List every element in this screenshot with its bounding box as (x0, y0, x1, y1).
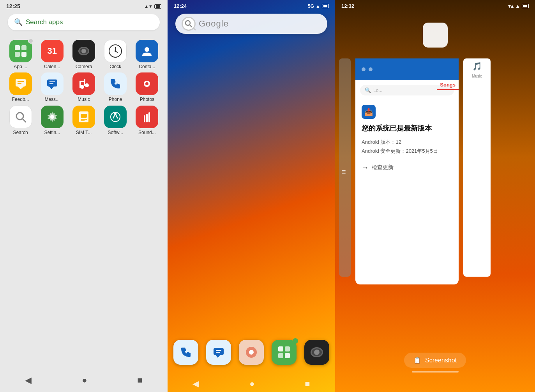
svg-rect-13 (47, 79, 57, 87)
app-item-photos[interactable]: Photos (133, 72, 161, 102)
check-update-row[interactable]: → 检查更新 (362, 164, 452, 172)
android-version: Android 版本：12 (362, 138, 452, 147)
back-button-2[interactable]: ◀ (192, 379, 199, 389)
signal-icon-1: ▲▼ (144, 4, 153, 9)
battery-icon-3 (522, 4, 529, 8)
card-search-icon: 🔍 (365, 87, 371, 93)
status-icons-3: ▾▴ ▲ (508, 3, 529, 9)
search-bar-text: Search apps (26, 18, 63, 26)
home-indicator-3 (412, 371, 459, 373)
svg-rect-33 (144, 115, 145, 122)
svg-rect-46 (278, 353, 283, 358)
dot2 (369, 67, 373, 71)
app-icon-sound (136, 106, 158, 128)
badge-appstore (28, 38, 34, 44)
status-bar-2: 12:24 5G ▲ (168, 0, 335, 11)
svg-rect-1 (21, 45, 26, 50)
back-button-1[interactable]: ◀ (25, 375, 32, 385)
recent-top-app-icon (423, 23, 448, 48)
app-item-camera[interactable]: Camera (69, 40, 98, 69)
app-icon-search (9, 106, 32, 128)
app-item-settings[interactable]: Settin... (38, 106, 66, 135)
status-bar-1: 12:25 ▲▼ (0, 0, 168, 11)
app-icon-software (104, 106, 127, 128)
arrow-icon: → (362, 164, 369, 172)
dock-icon-messages[interactable] (206, 340, 231, 365)
dock-icon-phone[interactable] (173, 340, 198, 365)
search-bar-wrapper[interactable]: 🔍 Search apps (8, 14, 160, 30)
app-label-photos: Photos (140, 97, 154, 102)
security-update: Android 安全更新：2021年5月5日 (362, 147, 452, 155)
app-item-contacts[interactable]: Conta... (133, 40, 161, 69)
system-update-content: 📥 您的系统已是最新版本 Android 版本：12 Android 安全更新：… (355, 99, 459, 178)
app-icon-calendar: 31 (41, 40, 64, 62)
card-header-blue (355, 58, 459, 80)
screenshot-label: Screenshot (425, 357, 457, 364)
svg-point-32 (114, 113, 117, 115)
music-card-partial[interactable]: 🎵 Music (463, 58, 491, 277)
app-item-search[interactable]: Search (6, 106, 35, 135)
google-search-bar[interactable]: Google (175, 14, 327, 34)
app-item-appstore[interactable]: App ... (6, 40, 35, 69)
svg-line-25 (23, 119, 26, 122)
svg-marker-10 (18, 87, 24, 89)
app-label-music: Music (78, 97, 90, 102)
music-label-partial: Music (472, 74, 482, 78)
dock-icon-appstore[interactable] (272, 340, 297, 365)
google-text: Google (199, 19, 229, 29)
app-label-settings: Settin... (44, 130, 60, 135)
recent-cards-container: 🔍 Lo... 📥 您的系统已是最新版本 Android 版本：12 Andro… (339, 58, 531, 284)
app-label-sound: Sound... (138, 130, 156, 135)
app-item-messages[interactable]: Mess... (38, 72, 66, 102)
svg-point-8 (145, 47, 149, 52)
app-label-contacts: Conta... (139, 64, 155, 69)
svg-rect-47 (285, 353, 290, 358)
app-item-simt[interactable]: SIM T... (69, 106, 98, 135)
navigation-bar-2: ◀ ● ■ (168, 379, 335, 389)
update-meta: Android 版本：12 Android 安全更新：2021年5月5日 (362, 138, 452, 156)
app-label-search: Search (13, 130, 28, 135)
svg-point-23 (145, 82, 148, 85)
app-icon-contacts (136, 40, 158, 62)
dot1 (362, 67, 365, 71)
app-item-music[interactable]: Music (69, 72, 98, 102)
battery-icon-2 (322, 4, 329, 8)
signal-bars-2: ▲ (316, 4, 320, 9)
music-icon-partial: 🎵 (472, 62, 482, 71)
check-update-label: 检查更新 (372, 164, 394, 171)
navigation-bar-1: ◀ ● ■ (0, 369, 168, 392)
app-item-calendar[interactable]: 31Calen... (38, 40, 66, 69)
home-wallpaper (168, 0, 335, 392)
dock-icon-photos[interactable] (239, 340, 264, 365)
app-icon-feedback (9, 72, 32, 95)
app-item-software[interactable]: Softw... (101, 106, 130, 135)
recents-button-2[interactable]: ■ (305, 379, 310, 389)
search-bar[interactable]: 🔍 Search apps (8, 14, 160, 30)
svg-rect-44 (278, 346, 283, 351)
wifi-icon-3: ▾▴ (508, 3, 514, 9)
card-search-text: Lo... (373, 88, 382, 93)
svg-rect-3 (21, 52, 26, 57)
recents-button-1[interactable]: ■ (137, 375, 142, 385)
app-grid: App ...31Calen...CameraClockConta...Feed… (0, 37, 168, 138)
songs-tab[interactable]: Songs (437, 80, 459, 90)
svg-point-43 (249, 350, 254, 355)
app-item-phone[interactable]: Phone (101, 72, 130, 102)
screenshot-button[interactable]: 📋 Screenshot (404, 353, 466, 368)
app-icon-appstore (9, 40, 32, 62)
home-button-1[interactable]: ● (82, 375, 87, 385)
app-icon-photos (136, 72, 158, 95)
svg-rect-38 (214, 348, 224, 355)
app-item-feedback[interactable]: Feedb... (6, 72, 35, 102)
system-update-card[interactable]: 🔍 Lo... 📥 您的系统已是最新版本 Android 版本：12 Andro… (355, 58, 459, 284)
app-icon-settings (41, 106, 64, 128)
app-item-sound[interactable]: Sound... (133, 106, 161, 135)
dock-icon-camera[interactable] (304, 340, 329, 365)
home-button-2[interactable]: ● (249, 379, 254, 389)
app-item-clock[interactable]: Clock (101, 40, 130, 69)
app-icon-messages (41, 72, 64, 95)
menu-icon[interactable]: ≡ (341, 168, 346, 177)
svg-rect-2 (15, 52, 20, 57)
screenshot-area: 📋 Screenshot (335, 353, 535, 373)
panel-recent-apps: 12:32 ▾▴ ▲ 🔍 Lo... (335, 0, 535, 392)
